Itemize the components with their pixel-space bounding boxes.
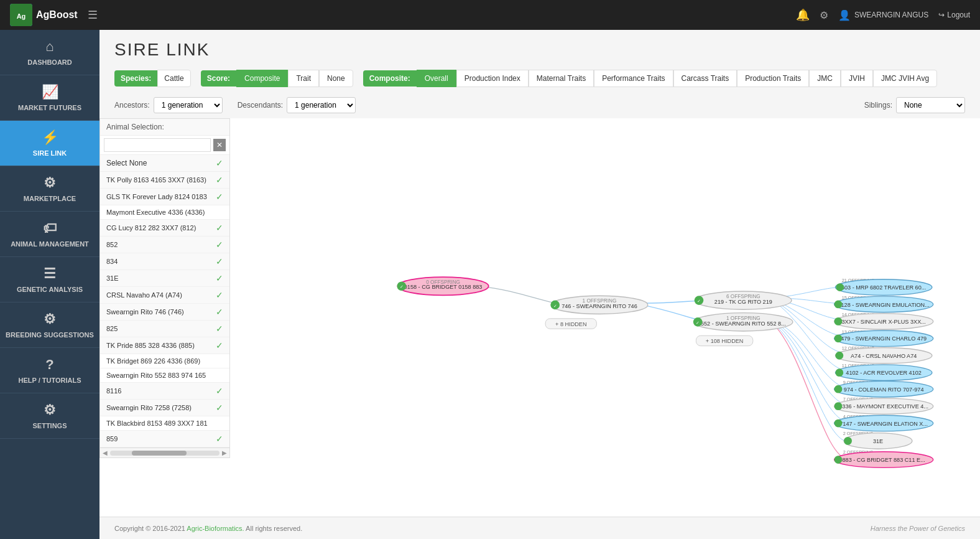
score-none-btn[interactable]: None [319, 70, 353, 87]
menu-hamburger[interactable]: ☰ [88, 8, 98, 22]
score-trait-btn[interactable]: Trait [288, 70, 319, 87]
animal-item[interactable]: TK Blackbird 8153 489 3XX7 181 [100, 416, 229, 431]
ancestors-select[interactable]: 1 generation 2 generations 3 generations… [154, 97, 223, 113]
animal-item[interactable]: 825✓ [100, 321, 229, 337]
check-icon: ✓ [216, 324, 223, 334]
descendants-label: Descendants: [238, 101, 283, 110]
user-icon: 👤 [838, 9, 851, 21]
svg-text:4102 - ACR REVOLVER 4102: 4102 - ACR REVOLVER 4102 [846, 370, 922, 376]
logout-icon: ↪ [938, 11, 945, 19]
sidebar-label-sire-link: SIRE LINK [33, 149, 67, 157]
sidebar: ⌂ DASHBOARD 📈 MARKET FUTURES ⚡ SIRE LINK… [0, 30, 99, 539]
svg-point-61 [834, 419, 843, 428]
score-composite-btn[interactable]: Composite [236, 70, 288, 87]
genetic-icon: ☰ [44, 266, 56, 282]
animal-item[interactable]: 852✓ [100, 237, 229, 253]
animal-search-row: ✕ [100, 136, 229, 155]
sidebar-item-sire-link[interactable]: ⚡ SIRE LINK [0, 121, 99, 166]
descendants-select[interactable]: 1 generation 2 generations 3 generations… [287, 97, 356, 113]
composite-carcass-traits-btn[interactable]: Carcass Traits [673, 70, 737, 87]
gear-icon: ⚙ [44, 402, 56, 418]
animal-item[interactable]: 8116✓ [100, 383, 229, 400]
animal-item[interactable]: TK Bridget 869 226 4336 (869) [100, 354, 229, 368]
animal-name: 825 [106, 325, 118, 332]
marketplace-icon: ⚙ [44, 175, 56, 191]
composite-performance-traits-btn[interactable]: Performance Traits [594, 70, 673, 87]
animal-item[interactable]: 31E✓ [100, 270, 229, 287]
animal-search-input[interactable] [104, 138, 211, 152]
check-icon: ✓ [216, 434, 223, 444]
svg-text:3XX7 - SINCLAIR X-PLUS 3XX...: 3XX7 - SINCLAIR X-PLUS 3XX... [841, 319, 925, 325]
svg-text:7147 - SWEARNGIN ELATION X...: 7147 - SWEARNGIN ELATION X... [839, 421, 928, 427]
animal-item[interactable]: TK Pride 885 328 4336 (885)✓ [100, 337, 229, 354]
sidebar-label-animal-management: ANIMAL MANAGEMENT [11, 240, 89, 248]
check-icon: ✓ [216, 307, 223, 317]
animal-selection-panel: Animal Selection: ✕ Select None ✓ TK Pol… [99, 118, 230, 458]
sidebar-item-dashboard[interactable]: ⌂ DASHBOARD [0, 30, 99, 75]
animal-name: 834 [106, 258, 118, 265]
composite-overall-btn[interactable]: Overall [417, 70, 456, 87]
settings-icon[interactable]: ⚙ [820, 9, 828, 21]
animal-item[interactable]: Swearngin Rito 7258 (7258)✓ [100, 400, 229, 416]
svg-text:✓: ✓ [697, 298, 701, 304]
animal-icon: 🏷 [43, 220, 57, 237]
page-header: SIRE LINK [99, 30, 980, 65]
animal-item[interactable]: Maymont Executive 4336 (4336) [100, 205, 229, 220]
logout-button[interactable]: ↪ Logout [938, 11, 970, 19]
svg-point-69 [834, 456, 843, 464]
animal-name: TK Pride 885 328 4336 (885) [106, 342, 195, 349]
svg-point-29 [836, 283, 844, 291]
sidebar-item-animal-management[interactable]: 🏷 ANIMAL MANAGEMENT [0, 212, 99, 257]
animal-item[interactable]: TK Polly 8163 4165 3XX7 (8163)✓ [100, 172, 229, 189]
svg-text:+ 108 HIDDEN: + 108 HIDDEN [706, 338, 744, 344]
animal-name: Swearngin Rito 746 (746) [106, 308, 184, 316]
clear-button[interactable]: ✕ [213, 139, 226, 151]
notification-icon[interactable]: 🔔 [796, 8, 810, 22]
sidebar-item-help[interactable]: ? HELP / TUTORIALS [0, 348, 99, 393]
composite-jmc-jvih-avg-btn[interactable]: JMC JVIH Avg [873, 70, 937, 87]
siblings-select[interactable]: None 1 generation 2 generations [896, 97, 965, 113]
animal-item[interactable]: Swearngin Rito 552 883 974 165 [100, 368, 229, 383]
animal-item[interactable]: GLS TK Forever Lady 8124 0183✓ [100, 189, 229, 205]
sidebar-label-breeding-suggestions: BREEDING SUGGESTIONS [6, 331, 94, 339]
sirelink-icon: ⚡ [42, 129, 58, 146]
logo-text: AgBoost [36, 9, 78, 21]
footer-copyright: Copyright © 2016-2021 Agric-Bioformatics… [114, 525, 302, 532]
svg-text:A74 - CRSL NAVAHO A74: A74 - CRSL NAVAHO A74 [851, 353, 917, 359]
svg-text:883 - CG BRIDGET 883 C11 E...: 883 - CG BRIDGET 883 C11 E... [843, 457, 925, 463]
sidebar-label-dashboard: DASHBOARD [27, 59, 72, 66]
animal-item[interactable]: CG Lucy 812 282 3XX7 (812)✓ [100, 220, 229, 237]
svg-text:✓: ✓ [553, 303, 557, 309]
svg-text:✓: ✓ [696, 320, 700, 326]
animal-name: 8116 [106, 387, 121, 395]
animal-item[interactable]: 834✓ [100, 253, 229, 270]
animal-item[interactable]: Swearngin Rito 746 (746)✓ [100, 304, 229, 321]
top-nav-right: 🔔 ⚙ 👤 SWEARNGIN ANGUS ↪ Logout [796, 8, 970, 22]
company-link[interactable]: Agric-Bioformatics. [187, 525, 244, 532]
sidebar-item-genetic-analysis[interactable]: ☰ GENETIC ANALYSIS [0, 257, 99, 302]
scroll-right-btn[interactable]: ▶ [222, 449, 227, 456]
sidebar-label-help: HELP / TUTORIALS [18, 377, 81, 384]
sidebar-item-marketplace[interactable]: ⚙ MARKETPLACE [0, 166, 99, 212]
sidebar-item-market-futures[interactable]: 📈 MARKET FUTURES [0, 75, 99, 121]
composite-jvih-btn[interactable]: JVIH [841, 70, 873, 87]
logout-label: Logout [947, 11, 970, 19]
app-body: ⌂ DASHBOARD 📈 MARKET FUTURES ⚡ SIRE LINK… [0, 30, 980, 539]
animal-item[interactable]: 859✓ [100, 431, 229, 448]
username: SWEARNGIN ANGUS [854, 11, 928, 19]
scroll-left-btn[interactable]: ◀ [103, 449, 108, 456]
select-none-row[interactable]: Select None ✓ [100, 155, 229, 172]
animal-name: Swearngin Rito 552 883 974 165 [106, 372, 206, 379]
animal-name: 852 [106, 241, 118, 248]
animal-item[interactable]: CRSL Navaho A74 (A74)✓ [100, 287, 229, 304]
composite-maternal-traits-btn[interactable]: Maternal Traits [529, 70, 594, 87]
composite-jmc-btn[interactable]: JMC [809, 70, 841, 87]
sidebar-item-settings[interactable]: ⚙ SETTINGS [0, 393, 99, 439]
species-label: Species: [114, 70, 157, 87]
composite-production-index-btn[interactable]: Production Index [456, 70, 529, 87]
composite-production-traits-btn[interactable]: Production Traits [737, 70, 809, 87]
animal-name: GLS TK Forever Lady 8124 0183 [106, 193, 207, 200]
check-icon: ✓ [216, 340, 223, 350]
sidebar-item-breeding-suggestions[interactable]: ⚙ BREEDING SUGGESTIONS [0, 302, 99, 348]
svg-text:0158 - CG BRIDGET 0158 883: 0158 - CG BRIDGET 0158 883 [404, 284, 483, 290]
